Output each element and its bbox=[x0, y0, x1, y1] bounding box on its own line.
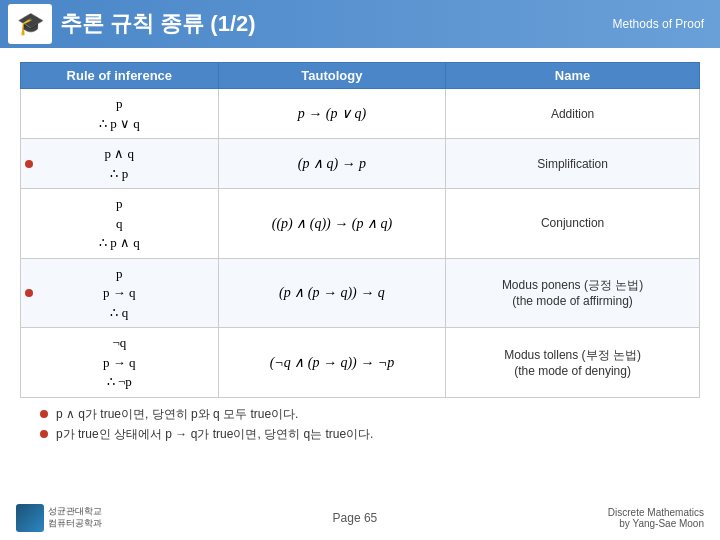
name-cell: Modus tollens (부정 논법)(the mode of denyin… bbox=[446, 328, 700, 398]
page-number: Page 65 bbox=[333, 511, 378, 525]
rule-cell: p ∧ q∴ p bbox=[21, 139, 219, 189]
tautology-cell: (p ∧ (p → q)) → q bbox=[218, 258, 445, 328]
table-row: p∴ p ∨ qp → (p ∨ q)Addition bbox=[21, 89, 700, 139]
university-name: 성균관대학교컴퓨터공학과 bbox=[48, 506, 102, 529]
footer-logo: 성균관대학교컴퓨터공학과 bbox=[16, 504, 102, 532]
footnotes: p ∧ q가 true이면, 당연히 p와 q 모두 true이다.p가 tru… bbox=[20, 406, 700, 443]
footnote-item: p ∧ q가 true이면, 당연히 p와 q 모두 true이다. bbox=[40, 406, 700, 423]
rule-cell: pq∴ p ∧ q bbox=[21, 189, 219, 259]
name-cell: Simplification bbox=[446, 139, 700, 189]
rule-text: p∴ p ∨ q bbox=[31, 94, 208, 133]
name-cell: Addition bbox=[446, 89, 700, 139]
footnote-text: p가 true인 상태에서 p → q가 true이면, 당연히 q는 true… bbox=[56, 426, 373, 443]
rule-text: p ∧ q∴ p bbox=[31, 144, 208, 183]
credit: Discrete Mathematics by Yang-Sae Moon bbox=[608, 507, 704, 529]
footnote-item: p가 true인 상태에서 p → q가 true이면, 당연히 q는 true… bbox=[40, 426, 700, 443]
rule-text: pq∴ p ∧ q bbox=[31, 194, 208, 253]
page-footer: 성균관대학교컴퓨터공학과 Page 65 Discrete Mathematic… bbox=[0, 504, 720, 532]
name-cell: Modus ponens (긍정 논법)(the mode of affirmi… bbox=[446, 258, 700, 328]
table-row: p ∧ q∴ p(p ∧ q) → pSimplification bbox=[21, 139, 700, 189]
footnote-text: p ∧ q가 true이면, 당연히 p와 q 모두 true이다. bbox=[56, 406, 298, 423]
header-subtitle: Methods of Proof bbox=[613, 17, 704, 31]
header: 🎓 추론 규칙 종류 (1/2) Methods of Proof bbox=[0, 0, 720, 48]
tautology-cell: ((p) ∧ (q)) → (p ∧ q) bbox=[218, 189, 445, 259]
row-bullet bbox=[25, 289, 33, 297]
main-content: Rule of inference Tautology Name p∴ p ∨ … bbox=[0, 48, 720, 452]
header-logo: 🎓 bbox=[8, 4, 52, 44]
rule-text: pp → q∴ q bbox=[31, 264, 208, 323]
inference-table: Rule of inference Tautology Name p∴ p ∨ … bbox=[20, 62, 700, 398]
col-name: Name bbox=[446, 63, 700, 89]
col-tautology: Tautology bbox=[218, 63, 445, 89]
tautology-cell: p → (p ∨ q) bbox=[218, 89, 445, 139]
table-row: pq∴ p ∧ q((p) ∧ (q)) → (p ∧ q)Conjunctio… bbox=[21, 189, 700, 259]
rule-cell: ¬qp → q∴ ¬p bbox=[21, 328, 219, 398]
rule-cell: p∴ p ∨ q bbox=[21, 89, 219, 139]
rule-cell: pp → q∴ q bbox=[21, 258, 219, 328]
table-row: pp → q∴ q(p ∧ (p → q)) → qModus ponens (… bbox=[21, 258, 700, 328]
footnote-bullet bbox=[40, 430, 48, 438]
row-bullet bbox=[25, 160, 33, 168]
tautology-cell: (p ∧ q) → p bbox=[218, 139, 445, 189]
header-title: 추론 규칙 종류 (1/2) bbox=[60, 9, 256, 39]
footnote-bullet bbox=[40, 410, 48, 418]
col-rule: Rule of inference bbox=[21, 63, 219, 89]
rule-text: ¬qp → q∴ ¬p bbox=[31, 333, 208, 392]
tautology-cell: (¬q ∧ (p → q)) → ¬p bbox=[218, 328, 445, 398]
table-row: ¬qp → q∴ ¬p(¬q ∧ (p → q)) → ¬pModus toll… bbox=[21, 328, 700, 398]
name-cell: Conjunction bbox=[446, 189, 700, 259]
university-logo bbox=[16, 504, 44, 532]
